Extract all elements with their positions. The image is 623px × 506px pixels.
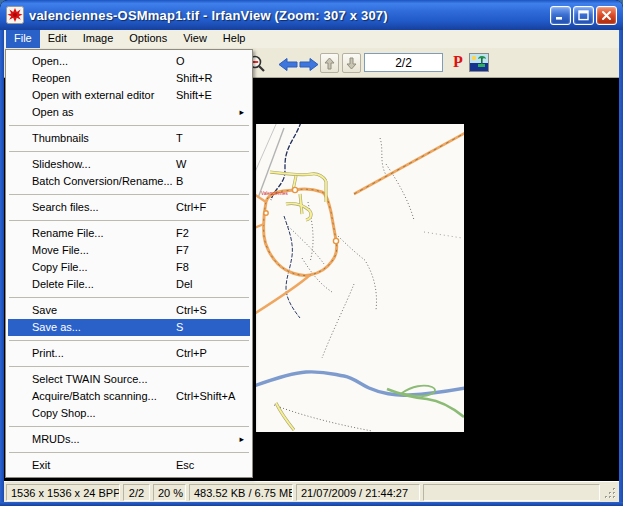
menu-item-label: Open with external editor <box>32 89 154 101</box>
menu-item-slideshow[interactable]: Slideshow...W <box>8 156 250 173</box>
menu-item-label: Copy File... <box>32 261 88 273</box>
map-town-label: Valenciennes <box>261 191 288 196</box>
menu-item-label: Batch Conversion/Rename... <box>32 175 173 187</box>
menubar-item-edit[interactable]: Edit <box>40 30 75 48</box>
menu-separator <box>9 452 249 453</box>
menu-item-batch-conversion-rename[interactable]: Batch Conversion/Rename...B <box>8 173 250 190</box>
menu-item-label: Reopen <box>32 72 71 84</box>
statusbar: 1536 x 1536 x 24 BPP2/220 %483.52 KB / 6… <box>4 481 619 502</box>
menu-item-delete-file[interactable]: Delete File...Del <box>8 276 250 293</box>
menu-item-shortcut: Ctrl+Shift+A <box>176 388 235 405</box>
menu-separator <box>9 340 249 341</box>
menu-item-shortcut: Ctrl+S <box>176 302 207 319</box>
minimize-button[interactable] <box>550 6 571 25</box>
menu-item-label: Search files... <box>32 201 99 213</box>
statusbar-cell-0: 1536 x 1536 x 24 BPP <box>6 484 120 501</box>
menu-item-label: Open... <box>32 55 68 67</box>
menu-item-label: Delete File... <box>32 278 94 290</box>
menu-separator <box>9 297 249 298</box>
menu-item-shortcut: S <box>176 319 183 336</box>
menu-item-label: Thumbnails <box>32 132 89 144</box>
menubar-item-file[interactable]: File <box>6 30 40 48</box>
menu-item-reopen[interactable]: ReopenShift+R <box>8 70 250 87</box>
first-image-button[interactable] <box>320 53 339 73</box>
menu-item-shortcut: T <box>176 130 183 147</box>
menu-separator <box>9 366 249 367</box>
menu-item-label: Print... <box>32 347 64 359</box>
down-arrow-icon <box>346 57 357 70</box>
last-image-button[interactable] <box>342 53 361 73</box>
page-number-field[interactable] <box>364 53 443 72</box>
statusbar-cell-5 <box>423 484 600 501</box>
menu-item-shortcut: W <box>176 156 186 173</box>
menu-item-shortcut: F8 <box>176 259 189 276</box>
menu-item-shortcut: F7 <box>176 242 189 259</box>
next-image-icon[interactable] <box>299 57 319 72</box>
menu-item-open-as[interactable]: Open as▸ <box>8 104 250 121</box>
image-properties-icon[interactable] <box>469 53 489 72</box>
menu-item-acquire-batch-scanning[interactable]: Acquire/Batch scanning...Ctrl+Shift+A <box>8 388 250 405</box>
maximize-icon <box>578 10 589 21</box>
submenu-arrow-icon: ▸ <box>239 104 244 121</box>
menu-item-shortcut: F2 <box>176 225 189 242</box>
close-button[interactable] <box>596 6 617 25</box>
menu-separator <box>9 194 249 195</box>
menu-item-label: Move File... <box>32 244 89 256</box>
menu-item-label: Save as... <box>32 321 81 333</box>
titlebar: valenciennes-OSMmap1.tif - IrfanView (Zo… <box>0 0 623 30</box>
menu-item-label: Save <box>32 304 57 316</box>
menu-item-label: MRUDs... <box>32 433 80 445</box>
p-toolbar-icon[interactable]: P <box>453 53 463 71</box>
menu-item-open[interactable]: Open...O <box>8 53 250 70</box>
menu-separator <box>9 125 249 126</box>
menubar-item-image[interactable]: Image <box>75 30 122 48</box>
menubar-item-help[interactable]: Help <box>215 30 254 48</box>
close-icon <box>601 10 612 21</box>
map-graphic: Valenciennes <box>256 124 464 432</box>
submenu-arrow-icon: ▸ <box>239 431 244 448</box>
statusbar-cells: 1536 x 1536 x 24 BPP2/220 %483.52 KB / 6… <box>6 484 600 501</box>
menu-item-save-as[interactable]: Save as...S <box>8 319 250 336</box>
menu-item-mruds[interactable]: MRUDs...▸ <box>8 431 250 448</box>
menu-item-thumbnails[interactable]: ThumbnailsT <box>8 130 250 147</box>
menubar: FileEditImageOptionsViewHelp <box>4 30 619 48</box>
menu-item-shortcut: Esc <box>176 457 194 474</box>
menu-separator <box>9 426 249 427</box>
window-controls <box>550 6 617 25</box>
menu-item-open-with-external-editor[interactable]: Open with external editorShift+E <box>8 87 250 104</box>
menu-item-label: Select TWAIN Source... <box>32 373 148 385</box>
minimize-icon <box>555 10 566 21</box>
menu-item-label: Slideshow... <box>32 158 91 170</box>
previous-image-icon[interactable] <box>278 57 298 72</box>
irfanview-app-icon <box>6 6 24 24</box>
menu-item-label: Copy Shop... <box>32 407 96 419</box>
menu-separator <box>9 151 249 152</box>
menu-item-shortcut: Del <box>176 276 193 293</box>
menu-item-label: Rename File... <box>32 227 104 239</box>
menu-item-label: Acquire/Batch scanning... <box>32 390 157 402</box>
menubar-item-options[interactable]: Options <box>121 30 175 48</box>
menubar-item-view[interactable]: View <box>175 30 215 48</box>
menu-item-rename-file[interactable]: Rename File...F2 <box>8 225 250 242</box>
menu-item-move-file[interactable]: Move File...F7 <box>8 242 250 259</box>
menu-item-print[interactable]: Print...Ctrl+P <box>8 345 250 362</box>
menu-item-copy-shop[interactable]: Copy Shop... <box>8 405 250 422</box>
menu-item-search-files[interactable]: Search files...Ctrl+F <box>8 199 250 216</box>
statusbar-cell-1: 2/2 <box>123 484 150 501</box>
menu-item-select-twain-source[interactable]: Select TWAIN Source... <box>8 371 250 388</box>
statusbar-cell-3: 483.52 KB / 6.75 MB <box>189 484 293 501</box>
maximize-button[interactable] <box>573 6 594 25</box>
menu-item-shortcut: B <box>176 173 183 190</box>
menu-item-copy-file[interactable]: Copy File...F8 <box>8 259 250 276</box>
menu-separator <box>9 220 249 221</box>
menu-item-shortcut: Ctrl+F <box>176 199 206 216</box>
resize-grip[interactable] <box>603 485 617 500</box>
menu-item-exit[interactable]: ExitEsc <box>8 457 250 474</box>
menu-item-shortcut: Ctrl+P <box>176 345 207 362</box>
map-image: Valenciennes <box>256 124 464 432</box>
up-arrow-icon <box>324 57 335 70</box>
menu-item-save[interactable]: SaveCtrl+S <box>8 302 250 319</box>
window-border-right <box>619 30 623 506</box>
menu-item-shortcut: Shift+E <box>176 87 212 104</box>
menu-item-label: Open as <box>32 106 74 118</box>
